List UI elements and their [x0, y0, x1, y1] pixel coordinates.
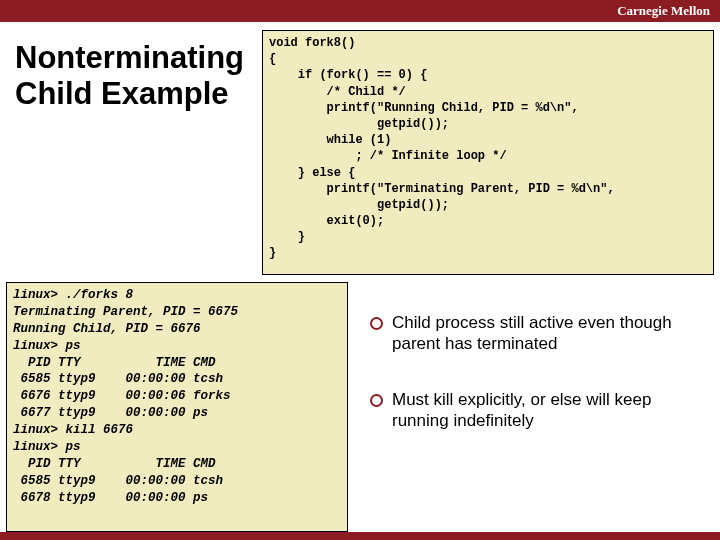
slide-title: NonterminatingChild Example [15, 40, 244, 111]
footer-bar [0, 532, 720, 540]
code-block: void fork8() { if (fork() == 0) { /* Chi… [262, 30, 714, 275]
header-bar: Carnegie Mellon [0, 0, 720, 22]
bullet-item: Must kill explicitly, or else will keep … [370, 389, 705, 432]
header-org: Carnegie Mellon [617, 3, 710, 19]
bullet-item: Child process still active even though p… [370, 312, 705, 355]
bullet-list: Child process still active even though p… [370, 312, 705, 465]
shell-output: linux> ./forks 8 Terminating Parent, PID… [6, 282, 348, 532]
